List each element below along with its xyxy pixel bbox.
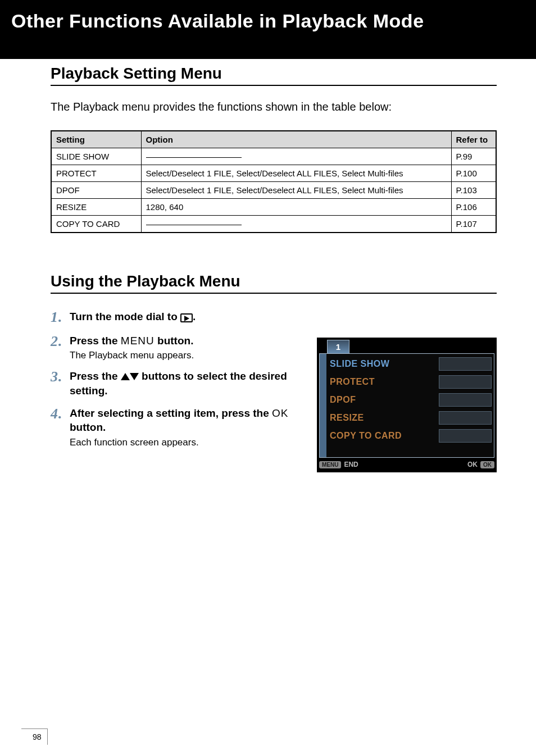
- ok-button-label: OK: [272, 407, 288, 419]
- lcd-value-box: [439, 375, 492, 389]
- cell-refer: P.107: [451, 216, 496, 233]
- lcd-tab-row: 1: [319, 340, 494, 354]
- lcd-menu-badge: MENU: [319, 461, 341, 468]
- cell-option: Select/Deselect 1 FILE, Select/Deselect …: [141, 182, 451, 199]
- step-3-pre: Press the: [70, 370, 121, 382]
- lcd-value-box: [439, 411, 492, 425]
- playback-mode-icon: [180, 313, 193, 322]
- step-number: 1.: [51, 309, 62, 326]
- lcd-value-box: [439, 429, 492, 443]
- section-1: Playback Setting Menu The Playback menu …: [51, 65, 497, 233]
- section-2-heading: Using the Playback Menu: [51, 272, 497, 290]
- settings-table: Setting Option Refer to SLIDE SHOW P.99 …: [51, 130, 497, 233]
- cell-refer: P.99: [451, 148, 496, 165]
- step-1-post: .: [193, 311, 196, 322]
- step-number: 3.: [51, 369, 62, 398]
- table-row: PROTECT Select/Deselect 1 FILE, Select/D…: [51, 165, 496, 182]
- step-body: After selecting a setting item, press th…: [70, 406, 300, 448]
- th-option: Option: [141, 131, 451, 148]
- lcd-screenshot: 1 SLIDE SHOW PROTECT DPOF: [317, 338, 497, 472]
- lcd-menu-item: SLIDE SHOW: [326, 355, 494, 373]
- step-4-pre: After selecting a setting item, press th…: [70, 407, 272, 419]
- header-band: Other Functions Available in Playback Mo…: [0, 0, 536, 59]
- step-1-pre: Turn the mode dial to: [70, 311, 180, 322]
- steps-container: 1. Turn the mode dial to . 2. Press the …: [51, 309, 497, 472]
- lcd-menu-item: PROTECT: [326, 373, 494, 391]
- lcd-value-box: [439, 357, 492, 371]
- step-number: 2.: [51, 334, 62, 362]
- lcd-value-box: [439, 393, 492, 407]
- section-1-intro: The Playback menu provides the functions…: [51, 101, 497, 113]
- lcd-menu-item: COPY TO CARD: [326, 427, 494, 445]
- page-number: 98: [21, 728, 48, 745]
- section-2-heading-row: Using the Playback Menu: [51, 272, 497, 294]
- lcd-item-label: PROTECT: [330, 377, 375, 387]
- lcd-tab-1: 1: [327, 340, 349, 353]
- step-1-title: Turn the mode dial to .: [70, 309, 300, 325]
- cell-setting: PROTECT: [51, 165, 141, 182]
- table-row: SLIDE SHOW P.99: [51, 148, 496, 165]
- lcd-footer-left: MENU END: [319, 461, 358, 468]
- cell-setting: SLIDE SHOW: [51, 148, 141, 165]
- cell-refer: P.106: [451, 199, 496, 216]
- step-2-desc: The Playback menu appears.: [70, 350, 300, 361]
- page-title: Other Functions Available in Playback Mo…: [11, 10, 525, 32]
- menu-button-label: MENU: [121, 335, 155, 347]
- lcd-item-label: RESIZE: [330, 413, 364, 423]
- section-2: Using the Playback Menu 1. Turn the mode…: [51, 272, 497, 472]
- step-4-title: After selecting a setting item, press th…: [70, 406, 300, 435]
- cell-setting: RESIZE: [51, 199, 141, 216]
- lcd-end-label: END: [344, 461, 358, 468]
- step-3: 3. Press the buttons to select the desir…: [51, 369, 300, 398]
- dash-icon: [146, 225, 242, 225]
- cell-option: [141, 216, 451, 233]
- lcd-menu-item: DPOF: [326, 391, 494, 409]
- section-1-heading: Playback Setting Menu: [51, 65, 497, 83]
- cell-option: 1280, 640: [141, 199, 451, 216]
- cell-option: Select/Deselect 1 FILE, Select/Deselect …: [141, 165, 451, 182]
- lcd-item-label: SLIDE SHOW: [330, 359, 389, 369]
- step-2-pre: Press the: [70, 335, 121, 347]
- table-row: DPOF Select/Deselect 1 FILE, Select/Dese…: [51, 182, 496, 199]
- cell-setting: COPY TO CARD: [51, 216, 141, 233]
- step-1: 1. Turn the mode dial to .: [51, 309, 300, 326]
- step-body: Press the buttons to select the desired …: [70, 369, 300, 398]
- step-body: Press the MENU button. The Playback menu…: [70, 334, 300, 362]
- content-area: Playback Setting Menu The Playback menu …: [0, 65, 536, 472]
- lcd-left-bar: [320, 354, 326, 457]
- table-row: RESIZE 1280, 640 P.106: [51, 199, 496, 216]
- step-3-title: Press the buttons to select the desired …: [70, 369, 300, 398]
- cell-setting: DPOF: [51, 182, 141, 199]
- table-header-row: Setting Option Refer to: [51, 131, 496, 148]
- step-number: 4.: [51, 406, 62, 448]
- step-2-title: Press the MENU button.: [70, 334, 300, 348]
- lcd-ok-label: OK: [467, 461, 478, 468]
- lcd-ok-badge: OK: [480, 461, 494, 468]
- cell-refer: P.100: [451, 165, 496, 182]
- step-4: 4. After selecting a setting item, press…: [51, 406, 300, 448]
- section-1-heading-row: Playback Setting Menu: [51, 65, 497, 86]
- th-setting: Setting: [51, 131, 141, 148]
- dash-icon: [146, 157, 242, 158]
- lcd-menu-item: RESIZE: [326, 409, 494, 427]
- arrow-down-icon: [130, 373, 139, 380]
- step-4-post: button.: [70, 421, 106, 433]
- step-2: 2. Press the MENU button. The Playback m…: [51, 334, 300, 362]
- lcd-body: SLIDE SHOW PROTECT DPOF RESIZE: [319, 353, 494, 458]
- lcd-footer: MENU END OK OK: [319, 459, 494, 470]
- step-body: Turn the mode dial to .: [70, 309, 300, 326]
- lcd-footer-right: OK OK: [467, 461, 494, 468]
- th-refer: Refer to: [451, 131, 496, 148]
- step-2-post: button.: [155, 335, 194, 347]
- lcd-item-label: DPOF: [330, 395, 356, 405]
- step-4-desc: Each function screen appears.: [70, 437, 300, 448]
- table-row: COPY TO CARD P.107: [51, 216, 496, 233]
- steps-list: 1. Turn the mode dial to . 2. Press the …: [51, 309, 300, 472]
- lcd-item-label: COPY TO CARD: [330, 431, 402, 441]
- cell-option: [141, 148, 451, 165]
- cell-refer: P.103: [451, 182, 496, 199]
- arrow-up-icon: [121, 373, 130, 380]
